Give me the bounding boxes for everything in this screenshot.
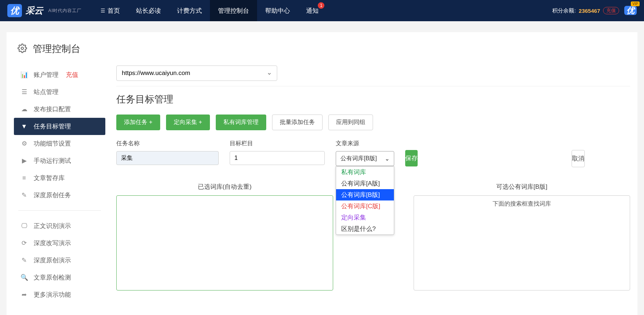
sidebar-item-tasks[interactable]: ▼任务目标管理 <box>14 118 105 135</box>
play-icon: ▶ <box>20 157 28 165</box>
sidebar-item-runtest[interactable]: ▶手动运行测试 <box>14 152 105 169</box>
site-select[interactable] <box>116 65 277 81</box>
sidebar-item-recognize[interactable]: 🖵正文识别演示 <box>14 217 105 235</box>
sidebar-item-more[interactable]: ➦更多演示功能 <box>14 286 105 303</box>
monitor-icon: 🖵 <box>20 222 28 230</box>
available-lib-title: 可选公有词库[B版] <box>414 183 630 191</box>
sidebar-item-settings[interactable]: ⚙功能细节设置 <box>14 135 105 152</box>
source-dropdown: 私有词库 公有词库[A版] 公有词库[B版] 公有词库[C版] 定向采集 区别是… <box>336 166 394 235</box>
source-select[interactable]: 公有词库[B版] ⌄ <box>336 151 394 166</box>
chevron-down-icon: ⌄ <box>385 155 389 162</box>
batch-add-button[interactable]: 批量添加任务 <box>272 115 323 130</box>
task-name-input[interactable] <box>116 151 219 165</box>
selected-lib-title: 已选词库(自动去重) <box>116 183 333 191</box>
button-row: 添加任务 + 定向采集 + 私有词库管理 批量添加任务 应用到同组 <box>116 115 630 130</box>
svg-point-0 <box>21 47 24 49</box>
task-form: 任务名称 目标栏目 文章来源 公有词库[B版] ⌄ 私有词库 <box>116 140 630 167</box>
vip-badge-icon: 优 <box>624 6 637 15</box>
share-icon: ➦ <box>20 291 28 299</box>
points-label: 积分余额: <box>552 7 576 14</box>
target-col-input[interactable] <box>230 151 325 165</box>
nav-billing[interactable]: 计费方式 <box>169 0 210 21</box>
dd-option-diff[interactable]: 区别是什么? <box>336 223 394 235</box>
page-header: 管理控制台 <box>7 32 637 63</box>
nav-notify[interactable]: 通知 1 <box>298 0 327 21</box>
points-value: 2365467 <box>579 8 600 14</box>
search-icon: 🔍 <box>20 274 28 281</box>
sidebar-item-original[interactable]: ✎深度原创任务 <box>14 187 105 204</box>
sidebar-divider <box>18 210 101 211</box>
cogs-icon: ⚙ <box>20 140 28 147</box>
cancel-button[interactable]: 取消 <box>572 150 585 167</box>
sidebar: 📊账户管理充值 ☰站点管理 ☁发布接口配置 ▼任务目标管理 ⚙功能细节设置 ▶手… <box>14 63 105 303</box>
notify-badge: 1 <box>318 2 324 9</box>
directed-collect-button[interactable]: 定向采集 + <box>166 115 210 130</box>
top-nav: 优 采云 AI时代内容工厂 ☰首页 站长必读 计费方式 管理控制台 帮助中心 通… <box>0 0 644 21</box>
brand-badge-icon: 优 <box>7 4 22 17</box>
sidebar-item-original-demo[interactable]: ✎深度原创演示 <box>14 252 105 269</box>
dd-option-c[interactable]: 公有词库[C版] <box>336 200 394 212</box>
private-lib-button[interactable]: 私有词库管理 <box>216 115 266 130</box>
nav-mustread[interactable]: 站长必读 <box>128 0 169 21</box>
content-area: 任务目标管理 添加任务 + 定向采集 + 私有词库管理 批量添加任务 应用到同组… <box>116 63 630 290</box>
selected-lib-box[interactable] <box>116 195 333 290</box>
available-lib-hint: 下面的搜索框查找词库 <box>493 200 551 207</box>
sidebar-item-sites[interactable]: ☰站点管理 <box>14 83 105 101</box>
nav-help[interactable]: 帮助中心 <box>257 0 298 21</box>
filter-icon: ▼ <box>20 123 28 130</box>
database-icon: ≡ <box>20 175 28 182</box>
nav-home[interactable]: ☰首页 <box>93 0 128 21</box>
target-col-label: 目标栏目 <box>230 140 325 147</box>
section-title: 任务目标管理 <box>116 93 630 106</box>
brand-logo[interactable]: 优 采云 AI时代内容工厂 <box>7 4 82 17</box>
gear-icon <box>18 44 27 55</box>
apply-group-button[interactable]: 应用到同组 <box>328 115 373 130</box>
vip-avatar[interactable]: 优 VIP <box>624 5 637 16</box>
add-task-button[interactable]: 添加任务 + <box>116 115 160 130</box>
task-name-label: 任务名称 <box>116 140 219 147</box>
dd-option-a[interactable]: 公有词库[A版] <box>336 178 394 189</box>
bar-chart-icon: 📊 <box>20 71 28 79</box>
vip-tag: VIP <box>631 1 640 6</box>
save-button[interactable]: 保存 <box>405 150 418 166</box>
dd-option-private[interactable]: 私有词库 <box>336 166 394 178</box>
recharge-tag: 充值 <box>66 71 78 79</box>
nav-right: 积分余额: 2365467 充值 优 VIP <box>552 5 637 16</box>
sidebar-item-rewrite[interactable]: ⟳深度改写演示 <box>14 235 105 252</box>
refresh-icon: ⟳ <box>20 239 28 247</box>
page-title: 管理控制台 <box>33 42 80 55</box>
sidebar-item-publish[interactable]: ☁发布接口配置 <box>14 101 105 118</box>
dd-option-directed[interactable]: 定向采集 <box>336 212 394 223</box>
sidebar-item-check[interactable]: 🔍文章原创检测 <box>14 269 105 286</box>
sidebar-item-account[interactable]: 📊账户管理充值 <box>14 66 105 83</box>
dd-option-b[interactable]: 公有词库[B版] <box>336 189 394 200</box>
available-lib-box[interactable]: 下面的搜索框查找词库 <box>414 195 630 290</box>
brand-name: 采云 <box>26 5 43 16</box>
edit-icon: ✎ <box>20 256 28 264</box>
source-label: 文章来源 <box>336 140 394 147</box>
list-icon: ☰ <box>20 88 28 96</box>
menu-icon: ☰ <box>101 8 105 14</box>
nav-links: ☰首页 站长必读 计费方式 管理控制台 帮助中心 通知 1 <box>93 0 327 21</box>
nav-console[interactable]: 管理控制台 <box>210 0 257 21</box>
recharge-button[interactable]: 充值 <box>603 7 619 14</box>
brand-subtitle: AI时代内容工厂 <box>48 8 82 14</box>
sidebar-item-draft[interactable]: ≡文章暂存库 <box>14 169 105 187</box>
cloud-icon: ☁ <box>20 105 28 113</box>
edit-icon: ✎ <box>20 191 28 199</box>
site-select-wrap <box>116 65 277 81</box>
